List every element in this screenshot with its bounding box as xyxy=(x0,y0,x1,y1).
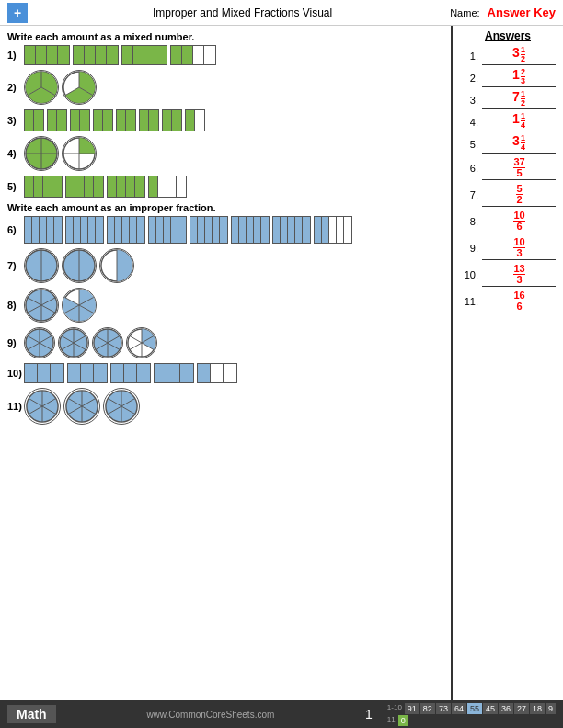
problem-9-num: 9) xyxy=(7,337,24,348)
section1-title: Write each amount as a mixed number. xyxy=(7,31,443,42)
answer-line-3: 7 1 2 xyxy=(482,90,556,109)
answer-fraction-4: 1 1 4 xyxy=(512,112,525,130)
name-label: Name: xyxy=(450,7,479,18)
rect5-2 xyxy=(65,176,104,198)
circle-8-2 xyxy=(62,288,97,323)
problem-1-row: 1) xyxy=(7,45,443,65)
footer-scores: 1-10 91 82 73 64 55 45 36 27 18 9 11 0 xyxy=(387,703,556,726)
problem-2-row: 2) xyxy=(7,70,443,105)
problem-11-row: 11) xyxy=(7,388,443,425)
problem-1-num: 1) xyxy=(7,50,24,61)
problem-4-row: 4) xyxy=(7,136,443,171)
rect10-4 xyxy=(154,363,194,383)
rect3-8 xyxy=(185,109,205,131)
circle-9-4 xyxy=(126,327,157,358)
header: + Improper and Mixed Fractions Visual Na… xyxy=(0,0,563,26)
rect3-7 xyxy=(162,109,182,131)
rect6-1 xyxy=(24,216,63,244)
footer: Math www.CommonCoreSheets.com 1 1-10 91 … xyxy=(0,700,563,728)
footer-scores-row2: 11 0 xyxy=(387,715,556,726)
problem-10-row: 10) xyxy=(7,363,443,383)
problem-4-shapes xyxy=(24,136,97,171)
answer-fraction-6: 37 5 xyxy=(512,157,524,178)
answer-fraction-5: 3 1 4 xyxy=(512,134,525,152)
answer-fraction-8: 10 6 xyxy=(512,210,524,232)
answers-panel: Answers 1. 3 1 2 2. 1 2 xyxy=(453,26,563,700)
problem-4-num: 4) xyxy=(7,148,24,159)
answer-item-7: 7. 5 2 xyxy=(460,183,556,207)
problem-6-row: 6) xyxy=(7,216,443,244)
rect3-2 xyxy=(47,109,67,131)
problem-6-shapes xyxy=(24,216,352,244)
answer-fraction-3: 7 1 2 xyxy=(512,90,525,108)
answer-line-7: 5 2 xyxy=(482,183,556,207)
footer-page: 1 xyxy=(365,707,373,722)
circle-9-1 xyxy=(24,327,55,358)
answer-num-10: 10. xyxy=(460,269,478,280)
answer-num-4: 4. xyxy=(460,117,478,128)
rect5-3 xyxy=(107,176,145,198)
answer-num-3: 3. xyxy=(460,95,478,106)
problem-3-num: 3) xyxy=(7,115,24,126)
answer-num-2: 2. xyxy=(460,73,478,84)
circle-8-1 xyxy=(24,288,59,323)
answer-item-11: 11. 16 6 xyxy=(460,290,556,313)
rect6-2 xyxy=(65,216,104,244)
problem-8-shapes xyxy=(24,288,97,323)
answer-line-2: 1 2 3 xyxy=(482,68,556,87)
answer-line-9: 10 3 xyxy=(482,236,556,260)
problem-3-row: 3) xyxy=(7,109,443,131)
problem-10-shapes xyxy=(24,363,237,383)
circle-full-2 xyxy=(24,70,59,105)
rect-full-3 xyxy=(121,45,167,65)
problem-9-row: 9) xyxy=(7,327,443,358)
answer-item-5: 5. 3 1 4 xyxy=(460,134,556,154)
problem-10-num: 10) xyxy=(7,368,24,379)
problem-11-shapes xyxy=(24,388,140,425)
answer-item-6: 6. 37 5 xyxy=(460,156,556,180)
problem-11-num: 11) xyxy=(7,401,24,412)
footer-scores-row1: 1-10 91 82 73 64 55 45 36 27 18 9 xyxy=(387,703,556,714)
circle-9-3 xyxy=(92,327,123,358)
problem-2-shapes xyxy=(24,70,97,105)
problem-5-row: 5) xyxy=(7,176,443,198)
answer-num-11: 11. xyxy=(460,296,478,307)
answer-line-5: 3 1 4 xyxy=(482,134,556,154)
rect-half-1 xyxy=(170,45,216,65)
logo-icon: + xyxy=(7,3,28,23)
circle-11-3 xyxy=(103,388,140,425)
rect3-1 xyxy=(24,109,44,131)
circle-11-1 xyxy=(24,388,61,425)
answer-fraction-11: 16 6 xyxy=(512,290,524,312)
answers-title: Answers xyxy=(460,29,556,42)
answer-fraction-2: 1 2 3 xyxy=(512,68,525,85)
answer-line-1: 3 1 2 xyxy=(482,46,556,65)
rect5-1 xyxy=(24,176,63,198)
circle-7-1 xyxy=(24,248,59,283)
problem-5-shapes xyxy=(24,176,187,198)
answer-num-6: 6. xyxy=(460,163,478,174)
rect3-3 xyxy=(70,109,90,131)
rect6-6 xyxy=(231,216,270,244)
circle-11-2 xyxy=(63,388,100,425)
answer-num-9: 9. xyxy=(460,243,478,254)
worksheet: Write each amount as a mixed number. 1) xyxy=(0,26,453,700)
answer-line-11: 16 6 xyxy=(482,290,556,313)
answer-item-2: 2. 1 2 3 xyxy=(460,68,556,87)
circle-quarter-4 xyxy=(62,136,97,171)
answer-fraction-1: 3 1 2 xyxy=(512,46,525,63)
rect6-5 xyxy=(190,216,228,244)
answer-fraction-7: 5 2 xyxy=(515,184,522,205)
circle-9-2 xyxy=(58,327,89,358)
rect3-6 xyxy=(139,109,159,131)
answer-line-8: 10 6 xyxy=(482,210,556,233)
answer-item-9: 9. 10 3 xyxy=(460,236,556,260)
answer-key-label: Answer Key xyxy=(488,6,556,19)
rect6-partial xyxy=(314,216,352,244)
rect6-3 xyxy=(107,216,145,244)
rect6-7 xyxy=(272,216,311,244)
problem-7-num: 7) xyxy=(7,260,24,271)
rect5-partial xyxy=(148,176,187,198)
answer-line-10: 13 3 xyxy=(482,263,556,287)
section2-title: Write each amount as an improper fractio… xyxy=(7,202,443,213)
